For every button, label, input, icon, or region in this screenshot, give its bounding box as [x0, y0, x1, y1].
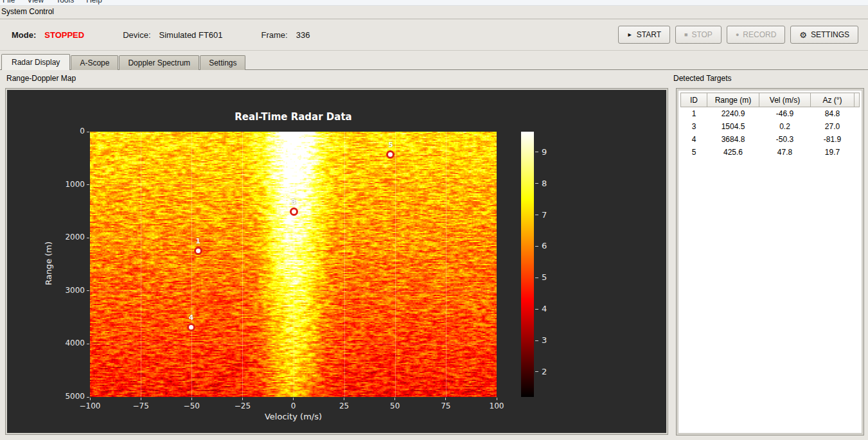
table-cell[interactable]: 1504.5: [707, 120, 759, 133]
tab-radar-display[interactable]: Radar Display: [1, 54, 70, 70]
table-cell[interactable]: 84.8: [811, 107, 855, 120]
target-marker: [386, 150, 394, 159]
x-tick-mark: [191, 398, 192, 400]
table-cell[interactable]: [855, 120, 860, 133]
table-row[interactable]: 31504.50.227.0: [681, 120, 860, 133]
table-cell[interactable]: [855, 133, 860, 146]
x-tick-mark: [141, 398, 141, 400]
table-cell[interactable]: 425.6: [707, 146, 759, 159]
detected-targets-label: Detected Targets: [673, 74, 732, 83]
target-id-label: 5: [383, 141, 398, 149]
start-button-label: START: [637, 30, 661, 39]
colorbar-tick-label: 7: [542, 210, 547, 220]
system-control-group-label: System Control: [1, 7, 54, 16]
record-icon: ●: [736, 31, 739, 38]
y-tick-mark: [87, 184, 89, 185]
colorbar-tick-mark: [535, 371, 538, 372]
settings-button[interactable]: ⚙ SETTINGS: [790, 26, 858, 44]
stop-button-label: STOP: [691, 30, 712, 39]
control-buttons: ► START ■ STOP ● RECORD ⚙ SETTINGS: [618, 26, 858, 44]
y-tick-mark: [87, 238, 89, 238]
column-header-filler: [855, 93, 860, 107]
table-cell[interactable]: 3: [681, 120, 707, 133]
range-doppler-panel: Real-Time Radar Data Velocity (m/s) Rang…: [5, 88, 668, 435]
colorbar-tick-mark: [535, 340, 538, 341]
x-axis-label: Velocity (m/s): [90, 412, 497, 421]
table-cell[interactable]: 0.2: [759, 120, 811, 133]
table-cell[interactable]: 4: [681, 133, 707, 146]
y-tick-mark: [87, 290, 89, 291]
table-cell[interactable]: 27.0: [811, 120, 855, 133]
column-header-az[interactable]: Az (°): [811, 93, 855, 107]
y-tick-mark: [87, 344, 89, 344]
column-header-vel[interactable]: Vel (m/s): [759, 93, 811, 107]
range-doppler-plot: Real-Time Radar Data Velocity (m/s) Rang…: [7, 90, 666, 433]
menu-file[interactable]: File: [3, 0, 15, 5]
colorbar-tick-label: 4: [542, 304, 547, 313]
x-tick-mark: [90, 398, 91, 400]
start-button[interactable]: ► START: [618, 26, 670, 44]
x-tick-mark: [394, 398, 395, 400]
target-marker: [194, 247, 202, 255]
device-value: Simulated FT601: [159, 30, 223, 40]
x-tick-mark: [344, 398, 344, 400]
colorbar-tick-mark: [535, 152, 538, 152]
colorbar-tick-label: 3: [542, 335, 547, 345]
menu-tools[interactable]: Tools: [56, 0, 74, 5]
x-tick-label: −25: [223, 401, 261, 410]
menu-bar: File View Tools Help: [0, 0, 868, 6]
y-tick-label: 5000: [49, 392, 85, 401]
colorbar-tick-label: 5: [542, 272, 547, 282]
table-cell[interactable]: 47.8: [759, 146, 811, 159]
colorbar-tick-label: 8: [542, 179, 547, 188]
table-cell[interactable]: 19.7: [811, 146, 855, 159]
x-tick-mark: [293, 398, 294, 400]
table-row[interactable]: 5425.647.819.7: [681, 146, 860, 159]
target-id-label: 4: [183, 313, 199, 322]
x-tick-label: 0: [274, 401, 313, 410]
y-tick-label: 2000: [49, 233, 85, 242]
y-tick-mark: [87, 397, 89, 398]
y-tick-label: 1000: [49, 180, 85, 189]
column-header-id[interactable]: ID: [681, 93, 707, 107]
y-tick-label: 4000: [49, 339, 85, 348]
menu-help[interactable]: Help: [86, 0, 102, 5]
table-header-row: ID Range (m) Vel (m/s) Az (°): [681, 93, 860, 107]
table-cell[interactable]: 1: [681, 107, 707, 120]
device-label: Device:: [123, 30, 150, 40]
x-tick-mark: [497, 398, 497, 400]
table-row[interactable]: 12240.9-46.984.8: [681, 107, 860, 120]
status-fields: Mode: STOPPED Device: Simulated FT601 Fr…: [12, 30, 310, 40]
colorbar-tick-label: 9: [542, 147, 547, 157]
mode-label: Mode:: [12, 30, 36, 40]
frame-label: Frame:: [261, 30, 288, 40]
frame-value: 336: [296, 30, 310, 40]
colorbar-tick-mark: [535, 215, 538, 215]
detected-targets-table: ID Range (m) Vel (m/s) Az (°) 12240.9-46…: [680, 92, 860, 159]
table-cell[interactable]: [855, 146, 860, 159]
table-cell[interactable]: 3684.8: [707, 133, 759, 146]
target-marker: [290, 207, 298, 216]
range-doppler-map-label: Range-Doppler Map: [6, 74, 76, 83]
table-cell[interactable]: [855, 107, 860, 120]
table-cell[interactable]: -46.9: [759, 107, 811, 120]
settings-button-label: SETTINGS: [811, 30, 849, 39]
x-tick-label: −50: [172, 401, 211, 410]
target-id-label: 1: [190, 237, 206, 245]
tab-a-scope[interactable]: A-Scope: [71, 55, 118, 70]
tab-settings[interactable]: Settings: [200, 55, 245, 70]
tab-doppler-spectrum[interactable]: Doppler Spectrum: [119, 55, 199, 70]
target-marker: [187, 323, 195, 331]
colorbar-tick-mark: [535, 183, 538, 184]
menu-view[interactable]: View: [27, 0, 44, 5]
table-cell[interactable]: 5: [681, 146, 707, 159]
table-cell[interactable]: -81.9: [811, 133, 855, 146]
column-header-range[interactable]: Range (m): [707, 93, 759, 107]
table-row[interactable]: 43684.8-50.3-81.9: [681, 133, 860, 146]
y-tick-label: 0: [49, 127, 85, 136]
table-cell[interactable]: -50.3: [759, 133, 811, 146]
x-tick-label: −75: [121, 401, 160, 410]
table-cell[interactable]: 2240.9: [707, 107, 759, 120]
radar-app-window: File View Tools Help System Control Mode…: [0, 0, 868, 440]
x-tick-mark: [242, 398, 243, 400]
